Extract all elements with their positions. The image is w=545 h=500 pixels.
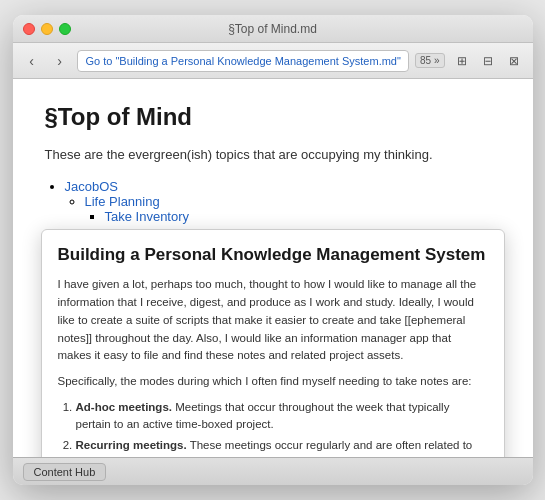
popup-card: Building a Personal Knowledge Management… (41, 229, 505, 457)
list-item: Ad-hoc meetings. Meetings that occur thr… (76, 399, 488, 434)
bottom-bar: Content Hub (13, 457, 533, 485)
toolbar: ‹ › Go to "Building a Personal Knowledge… (13, 43, 533, 79)
close-button[interactable] (23, 23, 35, 35)
maximize-button[interactable] (59, 23, 71, 35)
popup-title: Building a Personal Knowledge Management… (58, 244, 488, 266)
list-term-1: Ad-hoc meetings. (76, 401, 172, 413)
popup-list: Ad-hoc meetings. Meetings that occur thr… (76, 399, 488, 457)
title-bar: §Top of Mind.md (13, 15, 533, 43)
list-item: Take Inventory (105, 209, 501, 224)
forward-button[interactable]: › (49, 50, 71, 72)
popup-paragraph-2: Specifically, the modes during which I o… (58, 373, 488, 391)
take-inventory-link[interactable]: Take Inventory (105, 209, 190, 224)
window-title: §Top of Mind.md (228, 22, 317, 36)
life-planning-link[interactable]: Life Planning (85, 194, 160, 209)
toolbar-icons: ⊞ ⊟ ⊠ (451, 50, 525, 72)
content-area: §Top of Mind These are the evergreen(ish… (13, 79, 533, 457)
zoom-level[interactable]: 85 » (415, 53, 444, 68)
view-icon-1[interactable]: ⊞ (451, 50, 473, 72)
popup-body: I have given a lot, perhaps too much, th… (58, 276, 488, 457)
content-hub-button[interactable]: Content Hub (23, 463, 107, 481)
list-item: Recurring meetings. These meetings occur… (76, 437, 488, 457)
minimize-button[interactable] (41, 23, 53, 35)
view-icon-3[interactable]: ⊠ (503, 50, 525, 72)
document-title: §Top of Mind (45, 103, 501, 131)
app-window: §Top of Mind.md ‹ › Go to "Building a Pe… (13, 15, 533, 485)
document-subtitle: These are the evergreen(ish) topics that… (45, 145, 501, 165)
popup-paragraph-1: I have given a lot, perhaps too much, th… (58, 276, 488, 365)
back-button[interactable]: ‹ (21, 50, 43, 72)
address-bar[interactable]: Go to "Building a Personal Knowledge Man… (77, 50, 410, 72)
jacobos-link[interactable]: JacobOS (65, 179, 118, 194)
view-icon-2[interactable]: ⊟ (477, 50, 499, 72)
address-text: Go to "Building a Personal Knowledge Man… (86, 55, 401, 67)
list-term-2: Recurring meetings. (76, 439, 187, 451)
traffic-lights (23, 23, 71, 35)
